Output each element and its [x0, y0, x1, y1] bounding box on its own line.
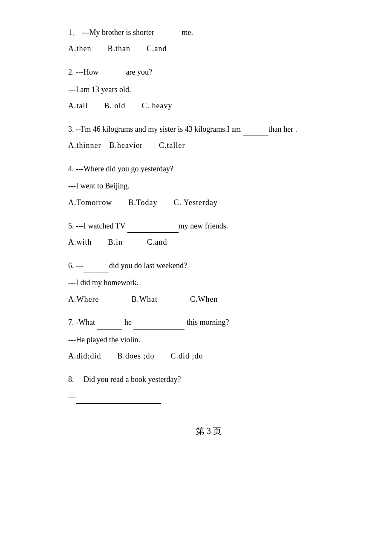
q3-number: 3. [68, 125, 74, 133]
q8-text-before: —Did you read a book yesterday? [76, 375, 181, 384]
page-footer: 第 3 页 [68, 424, 349, 438]
q4-text-before: ---Where did you go yesterday? [76, 165, 173, 173]
q5-text-after: my new friends. [179, 222, 228, 230]
q1-number: 1、 [68, 28, 80, 37]
q7-text-after: this morning? [184, 318, 229, 327]
q6-sub: ---I did my homework. [68, 276, 349, 289]
q6-text-before: --- [76, 261, 84, 270]
q6-text-after: did you do last weekend? [109, 261, 187, 270]
question-8: 8. —Did you read a book yesterday? --- [68, 373, 349, 404]
q5-number: 5. [68, 222, 74, 230]
q3-text-after: than her . [268, 125, 297, 133]
q7-sub: ---He played the violin. [68, 333, 349, 347]
question-4: 4. ---Where did you go yesterday? ---I w… [68, 162, 349, 209]
q2-options: A.tall B. old C. heavy [68, 100, 349, 112]
q4-sub: ---I went to Beijing. [68, 179, 349, 193]
q2-sub: ---I am 13 years old. [68, 83, 349, 96]
q3-blank [243, 136, 268, 136]
q7-options: A.did;did B.does ;do C.did ;do [68, 350, 349, 362]
question-7: 7. -What he this morning? ---He played t… [68, 315, 349, 362]
q7-text-before: -What [76, 318, 97, 327]
q7-blank1 [97, 329, 122, 330]
q3-text-before: --I'm 46 kilograms and my sister is 43 k… [76, 125, 243, 133]
q7-blank2 [133, 329, 184, 330]
q7-number: 7. [68, 318, 74, 327]
q1-blank [156, 39, 182, 39]
q8-sub: --- [68, 390, 349, 403]
q2-number: 2. [68, 68, 74, 76]
q4-options: A.Tomorrow B.Today C. Yesterday [68, 197, 349, 209]
question-3: 3. --I'm 46 kilograms and my sister is 4… [68, 122, 349, 152]
q7-text-mid: he [122, 318, 133, 327]
q3-options: A.thinner B.heavier C.taller [68, 139, 349, 152]
q8-text: 8. —Did you read a book yesterday? [68, 373, 349, 386]
q2-blank [100, 79, 126, 79]
q6-blank [84, 272, 109, 272]
footer-text: 第 3 页 [196, 426, 222, 436]
q1-text-after: me. [182, 28, 193, 37]
q6-number: 6. [68, 261, 74, 270]
question-1: 1、 ---My brother is shorter me. A.then B… [68, 26, 349, 55]
q5-options: A.with B.in C.and [68, 236, 349, 249]
q2-text-after: are you? [126, 68, 152, 76]
q1-text: 1、 ---My brother is shorter me. [68, 26, 349, 39]
q7-text: 7. -What he this morning? [68, 315, 349, 329]
q1-options: A.then B.than C.and [68, 43, 349, 55]
q4-text: 4. ---Where did you go yesterday? [68, 162, 349, 176]
q1-text-before: ---My brother is shorter [82, 28, 156, 37]
q3-text: 3. --I'm 46 kilograms and my sister is 4… [68, 122, 349, 136]
question-2: 2. ---How are you? ---I am 13 years old.… [68, 65, 349, 112]
q5-text: 5. ---I watched TV my new friends. [68, 219, 349, 233]
question-6: 6. ---did you do last weekend? ---I did … [68, 259, 349, 306]
question-5: 5. ---I watched TV my new friends. A.wit… [68, 219, 349, 249]
q4-number: 4. [68, 165, 74, 173]
q2-text: 2. ---How are you? [68, 65, 349, 79]
q2-text-before: ---How [76, 68, 100, 76]
q8-number: 8. [68, 375, 74, 384]
q6-text: 6. ---did you do last weekend? [68, 259, 349, 272]
q6-options: A.Where B.What C.When [68, 293, 349, 306]
q5-text-before: ---I watched TV [76, 222, 127, 230]
q8-answer-line [76, 403, 161, 404]
q5-blank [127, 232, 179, 233]
